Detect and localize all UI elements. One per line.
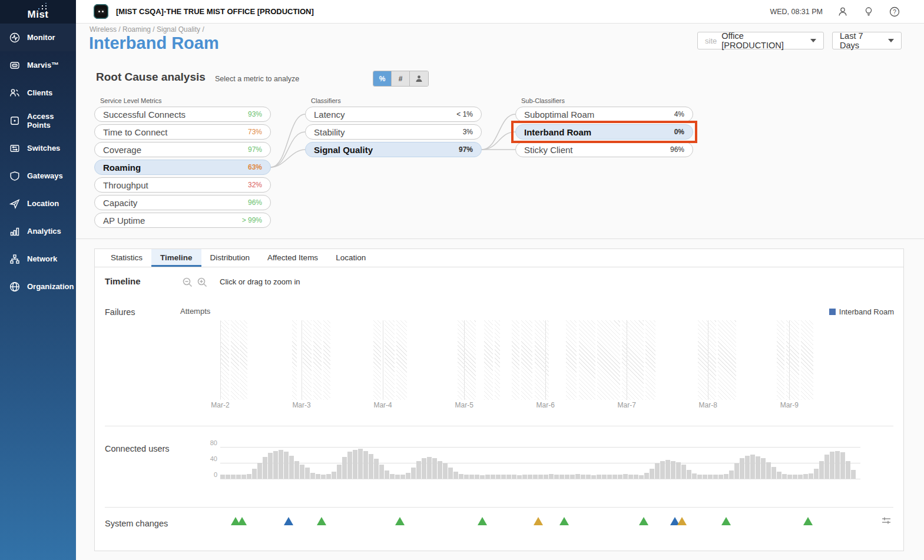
mist-logo[interactable]: Mist bbox=[0, 0, 76, 24]
connected-users-bar bbox=[824, 455, 829, 479]
metric-pill-throughput[interactable]: Throughput32% bbox=[94, 177, 271, 193]
sidebar-item-clients[interactable]: Clients bbox=[0, 79, 76, 107]
system-change-marker-green[interactable] bbox=[395, 517, 405, 525]
metric-label: Sticky Client bbox=[524, 145, 573, 155]
connected-users-bar bbox=[718, 475, 723, 479]
connected-users-bar bbox=[544, 475, 548, 479]
attempts-band bbox=[385, 320, 394, 400]
sidebar-item-label: Access Points bbox=[27, 112, 76, 130]
date-range-value: Last 7 Days bbox=[840, 31, 881, 50]
metric-pill-signal-quality[interactable]: Signal Quality97% bbox=[305, 142, 482, 157]
bulb-icon[interactable] bbox=[863, 6, 875, 18]
legend-label: Interband Roam bbox=[839, 307, 894, 316]
sidebar-item-label: Organization bbox=[27, 282, 74, 291]
zoom-in-icon[interactable] bbox=[197, 277, 208, 288]
failures-attempts-chart[interactable] bbox=[220, 320, 860, 400]
sidebar-item-network[interactable]: Network bbox=[0, 245, 76, 273]
connected-users-bar bbox=[438, 461, 442, 479]
account-icon[interactable] bbox=[837, 6, 849, 18]
tab-timeline[interactable]: Timeline bbox=[151, 249, 201, 267]
tab-affected-items[interactable]: Affected Items bbox=[259, 249, 327, 267]
metric-pill-ap-uptime[interactable]: AP Uptime> 99% bbox=[94, 213, 271, 228]
system-change-marker-green[interactable] bbox=[237, 517, 247, 525]
metric-pill-suboptimal-roam[interactable]: Suboptimal Roam4% bbox=[515, 107, 693, 122]
sidebar-item-analytics[interactable]: Analytics bbox=[0, 217, 76, 245]
tab-distribution[interactable]: Distribution bbox=[201, 249, 259, 267]
help-icon[interactable]: ? bbox=[889, 6, 900, 18]
y-axis-tick: 0 bbox=[214, 471, 217, 478]
metric-label: Interband Roam bbox=[524, 127, 591, 137]
connected-users-bar bbox=[241, 475, 246, 479]
connected-users-bar bbox=[363, 451, 368, 479]
main-content: Wireless / Roaming / Signal Quality / In… bbox=[76, 24, 924, 560]
connected-users-chart[interactable] bbox=[220, 443, 860, 479]
sidebar-item-location[interactable]: Location bbox=[0, 190, 76, 217]
y-axis-tick: 80 bbox=[210, 439, 217, 446]
connected-users-bar bbox=[326, 474, 331, 479]
sidebar-item-gateways[interactable]: Gateways bbox=[0, 162, 76, 190]
percent-toggle[interactable]: % bbox=[373, 71, 392, 86]
system-change-marker-gold[interactable] bbox=[677, 517, 687, 525]
system-change-marker-blue[interactable] bbox=[284, 517, 293, 525]
connected-users-bar bbox=[628, 475, 633, 479]
metric-pill-stability[interactable]: Stability3% bbox=[305, 124, 482, 140]
system-change-marker-gold[interactable] bbox=[534, 517, 543, 525]
metric-pill-time-to-connect[interactable]: Time to Connect73% bbox=[94, 124, 271, 140]
connected-users-bar bbox=[612, 475, 617, 479]
system-change-marker-green[interactable] bbox=[721, 517, 731, 525]
attempts-band bbox=[396, 320, 407, 400]
connected-users-bar bbox=[565, 475, 569, 479]
system-changes-row-label: System changes bbox=[105, 519, 168, 528]
site-selector[interactable]: site Office [PRODUCTION] bbox=[697, 32, 824, 49]
system-change-marker-green[interactable] bbox=[478, 517, 487, 525]
system-change-marker-green[interactable] bbox=[803, 517, 813, 525]
connected-users-bar bbox=[729, 470, 734, 479]
system-changes-filter-icon[interactable] bbox=[881, 515, 892, 526]
connected-users-bar bbox=[247, 474, 251, 479]
connected-users-bar bbox=[634, 475, 638, 479]
metric-pill-roaming[interactable]: Roaming63% bbox=[94, 160, 271, 175]
connected-users-bar bbox=[273, 451, 278, 479]
metric-pill-capacity[interactable]: Capacity96% bbox=[94, 195, 271, 210]
org-title: [MIST CSQA]-THE TRUE MIST OFFICE [PRODUC… bbox=[116, 7, 314, 16]
metric-pill-sticky-client[interactable]: Sticky Client96% bbox=[515, 142, 693, 157]
count-toggle[interactable]: # bbox=[392, 71, 410, 86]
zoom-out-icon[interactable] bbox=[182, 277, 193, 288]
connected-users-bar bbox=[581, 475, 585, 479]
sidebar-item-access-points[interactable]: Access Points bbox=[0, 107, 76, 134]
connected-users-bar bbox=[713, 475, 718, 479]
connected-users-bar bbox=[448, 468, 453, 479]
attempts-band bbox=[566, 320, 577, 400]
sidebar-item-switches[interactable]: Switches bbox=[0, 134, 76, 162]
connected-users-bar bbox=[745, 456, 750, 479]
marvis-bot-icon[interactable] bbox=[94, 4, 108, 19]
connected-users-bar bbox=[538, 475, 543, 479]
chevron-down-icon bbox=[810, 39, 816, 42]
tab-statistics[interactable]: Statistics bbox=[102, 249, 151, 267]
metric-pill-coverage[interactable]: Coverage97% bbox=[94, 142, 271, 157]
metric-label: Roaming bbox=[103, 163, 141, 173]
affected-users-toggle-icon[interactable] bbox=[410, 71, 428, 86]
system-change-marker-green[interactable] bbox=[639, 517, 648, 525]
system-change-marker-green[interactable] bbox=[317, 517, 326, 525]
metric-pill-latency[interactable]: Latency< 1% bbox=[305, 107, 482, 122]
connected-users-bar bbox=[432, 458, 437, 479]
x-axis-label: Mar-9 bbox=[780, 401, 799, 409]
sidebar-item-monitor[interactable]: Monitor bbox=[0, 24, 76, 51]
metric-pill-interband-roam[interactable]: Interband Roam0% bbox=[515, 124, 693, 140]
header-time: WED, 08:31 PM bbox=[770, 8, 823, 16]
access-points-icon bbox=[9, 115, 21, 127]
connected-users-bar bbox=[591, 475, 596, 479]
connected-users-bar bbox=[252, 469, 257, 479]
connected-users-bar bbox=[443, 463, 448, 479]
date-range-selector[interactable]: Last 7 Days bbox=[832, 32, 902, 49]
sidebar-item-marvis[interactable]: Marvis™ bbox=[0, 51, 76, 79]
tab-location[interactable]: Location bbox=[327, 249, 375, 267]
system-change-marker-green[interactable] bbox=[559, 517, 569, 525]
rca-column: Latency< 1%Stability3%Signal Quality97% bbox=[305, 107, 482, 160]
connected-users-bar bbox=[586, 475, 591, 479]
metric-value: 32% bbox=[248, 181, 262, 189]
breadcrumb[interactable]: Wireless / Roaming / Signal Quality / bbox=[90, 25, 204, 34]
sidebar-item-organization[interactable]: Organization bbox=[0, 273, 76, 300]
metric-pill-successful-connects[interactable]: Successful Connects93% bbox=[94, 107, 271, 122]
